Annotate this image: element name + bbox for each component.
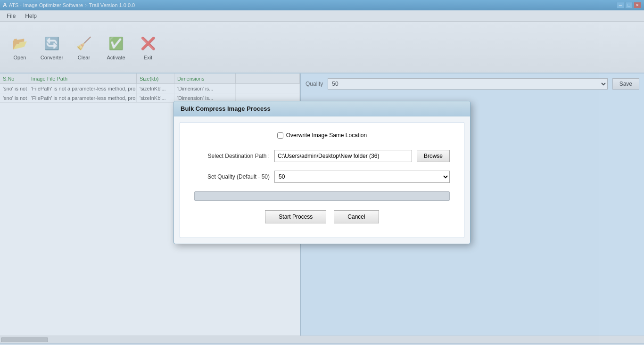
browse-button[interactable]: Browse [417,150,450,162]
bulk-compress-dialog: Bulk Compress Image Process Overwrite Im… [173,101,471,244]
destination-row: Select Destination Path : Browse [194,150,450,162]
dialog-title: Bulk Compress Image Process [174,101,470,116]
destination-input[interactable] [274,150,412,162]
dialog-quality-select[interactable]: 5060708090100 [274,171,450,183]
dialog-body: Overwrite Image Same Location Select Des… [180,122,464,238]
cancel-button[interactable]: Cancel [334,210,379,223]
checkbox-row: Overwrite Image Same Location [194,132,450,139]
overwrite-checkbox[interactable] [277,132,283,139]
dialog-quality-row: Set Quality (Default - 50) 5060708090100 [194,171,450,183]
destination-label: Select Destination Path : [194,153,270,159]
start-process-button[interactable]: Start Process [265,210,326,223]
dialog-overlay: Bulk Compress Image Process Overwrite Im… [0,0,644,345]
overwrite-label: Overwrite Image Same Location [286,132,367,139]
dialog-buttons: Start Process Cancel [194,210,450,228]
dialog-quality-label: Set Quality (Default - 50) [194,173,270,180]
progress-bar-container [194,191,450,201]
